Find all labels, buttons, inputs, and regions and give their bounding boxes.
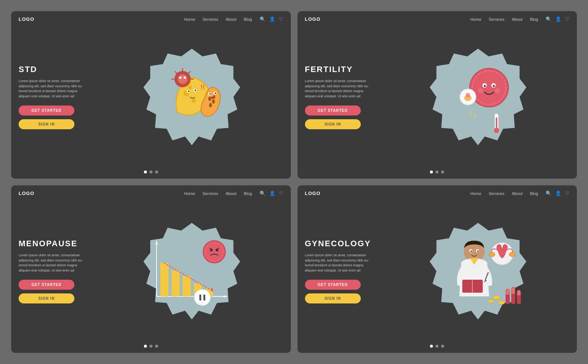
svg-line-24 xyxy=(188,71,190,74)
svg-point-57 xyxy=(210,249,212,251)
nav-blog-menopause[interactable]: Blog xyxy=(244,191,252,196)
logo-gynecology: LOGO xyxy=(305,191,321,196)
svg-point-18 xyxy=(178,74,187,84)
nav-links-std: Home Services About Blog xyxy=(184,17,252,22)
dots-gynecology xyxy=(298,341,577,353)
search-icon[interactable]: 🔍 xyxy=(260,16,266,22)
svg-point-72 xyxy=(489,252,495,257)
nav-about-menopause[interactable]: About xyxy=(226,191,237,196)
nav-services-gynecology[interactable]: Services xyxy=(489,191,504,196)
search-icon-m[interactable]: 🔍 xyxy=(260,191,266,196)
sign-in-button-menopause[interactable]: SIGN IN xyxy=(19,293,74,303)
card-title-menopause: MENOPAUSE xyxy=(19,239,100,248)
navbar-menopause: LOGO Home Services About Blog 🔍 👤 ♡ xyxy=(11,185,291,201)
nav-services-std[interactable]: Services xyxy=(203,17,218,22)
dot-f2[interactable] xyxy=(436,170,438,173)
nav-icons-std: 🔍 👤 ♡ xyxy=(260,16,283,22)
nav-home-menopause[interactable]: Home xyxy=(184,191,195,196)
dot-m2[interactable] xyxy=(150,345,152,348)
nav-about-fertility[interactable]: About xyxy=(512,17,523,22)
svg-point-19 xyxy=(179,77,181,79)
card-title-gynecology: GYNECOLOGY xyxy=(305,239,387,248)
dot-m1[interactable] xyxy=(144,345,147,348)
nav-links-gynecology: Home Services About Blog xyxy=(470,191,538,196)
svg-rect-49 xyxy=(160,263,168,296)
dot-1[interactable] xyxy=(144,170,147,173)
svg-point-34 xyxy=(478,88,483,93)
illustration-gynecology xyxy=(387,205,570,337)
nav-icons-fertility: 🔍 👤 ♡ xyxy=(546,16,569,22)
card-text-std: Lorem ipsum dolor sit amet, consectetuer… xyxy=(19,79,86,99)
menopause-svg xyxy=(147,231,237,311)
search-icon-g[interactable]: 🔍 xyxy=(546,191,552,196)
heart-icon-m[interactable]: ♡ xyxy=(279,191,283,196)
heart-icon-g[interactable]: ♡ xyxy=(565,191,569,196)
search-icon-f[interactable]: 🔍 xyxy=(546,16,552,22)
svg-point-82 xyxy=(498,301,505,304)
nav-home-gynecology[interactable]: Home xyxy=(470,191,481,196)
nav-services-fertility[interactable]: Services xyxy=(489,17,504,22)
nav-about-gynecology[interactable]: About xyxy=(512,191,523,196)
heart-icon-f[interactable]: ♡ xyxy=(565,16,569,22)
logo-fertility: LOGO xyxy=(305,16,321,22)
dot-g2[interactable] xyxy=(436,345,438,348)
svg-point-41 xyxy=(494,128,499,133)
sign-in-button-fertility[interactable]: SIGN IN xyxy=(305,119,361,129)
svg-point-15 xyxy=(211,97,214,99)
svg-rect-50 xyxy=(171,270,180,296)
nav-blog-std[interactable]: Blog xyxy=(244,17,252,22)
dot-m3[interactable] xyxy=(155,345,158,348)
card-left-std: STD Lorem ipsum dolor sit amet, consecte… xyxy=(19,31,100,163)
dot-2[interactable] xyxy=(150,170,152,173)
svg-point-35 xyxy=(495,88,500,93)
svg-point-2 xyxy=(188,86,192,90)
get-started-button-std[interactable]: GET STARTED xyxy=(19,105,74,116)
dot-3[interactable] xyxy=(155,170,158,173)
user-icon-g[interactable]: 👤 xyxy=(555,191,561,196)
get-started-button-menopause[interactable]: GET STARTED xyxy=(19,280,74,290)
heart-icon[interactable]: ♡ xyxy=(279,16,283,22)
svg-line-25 xyxy=(175,71,177,74)
svg-marker-47 xyxy=(155,241,158,244)
nav-blog-gynecology[interactable]: Blog xyxy=(530,191,538,196)
dots-fertility xyxy=(298,167,577,179)
svg-point-1 xyxy=(192,98,196,103)
card-title-fertility: FERTILITY xyxy=(305,65,387,74)
dot-f3[interactable] xyxy=(441,170,444,173)
svg-point-14 xyxy=(215,92,216,94)
nav-home-fertility[interactable]: Home xyxy=(470,17,481,22)
svg-point-6 xyxy=(195,90,196,91)
svg-point-58 xyxy=(216,249,218,251)
card-text-fertility: Lorem ipsum dolor sit amet, consectetuer… xyxy=(305,79,372,99)
nav-services-menopause[interactable]: Services xyxy=(203,191,218,196)
nav-blog-fertility[interactable]: Blog xyxy=(530,17,538,22)
nav-home-std[interactable]: Home xyxy=(184,17,195,22)
svg-point-55 xyxy=(203,241,225,263)
nav-about-std[interactable]: About xyxy=(226,17,237,22)
dot-f1[interactable] xyxy=(430,170,433,173)
card-text-menopause: Lorem ipsum dolor sit amet, consectetuer… xyxy=(19,253,86,273)
card-content-menopause: MENOPAUSE Lorem ipsum dolor sit amet, co… xyxy=(11,201,291,341)
navbar-fertility: LOGO Home Services About Blog 🔍 👤 ♡ xyxy=(298,11,577,27)
get-started-button-gynecology[interactable]: GET STARTED xyxy=(305,280,361,290)
svg-rect-60 xyxy=(199,295,201,300)
user-icon-f[interactable]: 👤 xyxy=(555,16,561,22)
dot-g1[interactable] xyxy=(430,345,433,348)
std-svg: !! xyxy=(151,60,233,134)
user-icon[interactable]: 👤 xyxy=(269,16,275,22)
svg-rect-75 xyxy=(506,295,510,304)
svg-point-33 xyxy=(494,85,495,86)
svg-point-32 xyxy=(485,85,486,86)
svg-rect-61 xyxy=(203,295,205,300)
sign-in-button-gynecology[interactable]: SIGN IN xyxy=(305,293,361,303)
illustration-fertility xyxy=(387,31,570,163)
card-text-gynecology: Lorem ipsum dolor sit amet, consectetuer… xyxy=(305,253,372,273)
sign-in-button-std[interactable]: SIGN IN xyxy=(19,119,74,129)
get-started-button-fertility[interactable]: GET STARTED xyxy=(305,105,361,116)
user-icon-m[interactable]: 👤 xyxy=(269,191,275,196)
dot-g3[interactable] xyxy=(441,345,444,348)
svg-marker-48 xyxy=(224,295,227,298)
fertility-svg xyxy=(435,58,521,136)
card-fertility: LOGO Home Services About Blog 🔍 👤 ♡ FERT… xyxy=(298,11,577,179)
card-left-menopause: MENOPAUSE Lorem ipsum dolor sit amet, co… xyxy=(19,205,100,337)
